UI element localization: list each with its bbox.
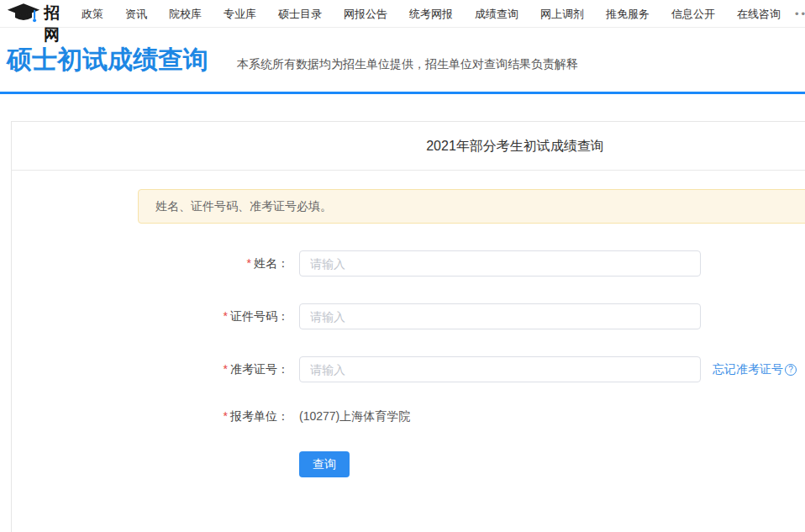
required-asterisk: * xyxy=(224,309,228,323)
nav-item-score-query[interactable]: 成绩查询 xyxy=(464,0,529,28)
required-asterisk: * xyxy=(224,362,228,376)
nav-item-college-library[interactable]: 院校库 xyxy=(158,0,213,28)
card-title: 2021年部分考生初试成绩查询 xyxy=(12,122,805,171)
more-menu-icon[interactable]: ••• xyxy=(795,8,805,20)
required-asterisk: * xyxy=(224,409,228,423)
nav-item-news[interactable]: 资讯 xyxy=(114,0,158,28)
nav-item-exempt-service[interactable]: 推免服务 xyxy=(595,0,660,28)
nav-item-info-disclosure[interactable]: 信息公开 xyxy=(660,0,726,28)
form-row-id-number: *证件号码： xyxy=(12,303,805,329)
graduation-cap-icon xyxy=(7,3,40,24)
required-asterisk: * xyxy=(247,256,251,270)
question-circle-icon: ? xyxy=(785,364,797,376)
nav-item-online-report-notice[interactable]: 网报公告 xyxy=(333,0,398,28)
page-subtitle: 本系统所有数据均为招生单位提供，招生单位对查询结果负责解释 xyxy=(237,57,578,72)
nav-item-online-consult[interactable]: 在线咨询 xyxy=(726,0,792,28)
form-row-apply-unit: *报考单位： (10277)上海体育学院 xyxy=(12,409,805,424)
page-header: 硕士初试成绩查询 本系统所有数据均为招生单位提供，招生单位对查询结果负责解释 xyxy=(0,28,805,94)
main-nav: 政策 资讯 院校库 专业库 硕士目录 网报公告 统考网报 成绩查询 网上调剂 推… xyxy=(71,0,805,28)
id-number-label: *证件号码： xyxy=(12,309,289,324)
score-query-card: 2021年部分考生初试成绩查询 姓名、证件号码、准考证号必填。 *姓名： *证件… xyxy=(11,121,805,532)
form-row-ticket-number: *准考证号： 忘记准考证号? xyxy=(12,356,805,382)
forgot-ticket-link[interactable]: 忘记准考证号? xyxy=(713,362,797,377)
name-input[interactable] xyxy=(299,250,701,277)
query-button[interactable]: 查询 xyxy=(299,451,350,477)
top-navbar: 研招网 政策 资讯 院校库 专业库 硕士目录 网报公告 统考网报 成绩查询 网上… xyxy=(0,0,805,28)
apply-unit-value: (10277)上海体育学院 xyxy=(299,409,410,424)
form-row-name: *姓名： xyxy=(12,250,805,277)
id-number-input[interactable] xyxy=(299,303,701,329)
score-query-form: *姓名： *证件号码： *准考证号： xyxy=(12,250,805,477)
brand-name: 研招网 xyxy=(44,0,61,46)
submit-row: 查询 xyxy=(299,451,805,477)
nav-item-online-adjustment[interactable]: 网上调剂 xyxy=(529,0,595,28)
card-body: 姓名、证件号码、准考证号必填。 *姓名： *证件号码： xyxy=(12,171,805,477)
name-label: *姓名： xyxy=(12,256,289,271)
ticket-number-label: *准考证号： xyxy=(12,362,289,377)
site-logo[interactable]: 研招网 xyxy=(7,0,61,46)
alert-text: 姓名、证件号码、准考证号必填。 xyxy=(155,199,332,214)
ticket-number-input[interactable] xyxy=(299,356,701,382)
nav-item-major-library[interactable]: 专业库 xyxy=(213,0,267,28)
nav-item-unified-exam-report[interactable]: 统考网报 xyxy=(398,0,464,28)
apply-unit-label: *报考单位： xyxy=(12,409,289,424)
page-title: 硕士初试成绩查询 xyxy=(7,43,208,77)
required-fields-alert: 姓名、证件号码、准考证号必填。 xyxy=(138,189,805,224)
nav-item-master-catalog[interactable]: 硕士目录 xyxy=(267,0,333,28)
nav-item-policy[interactable]: 政策 xyxy=(71,0,114,28)
